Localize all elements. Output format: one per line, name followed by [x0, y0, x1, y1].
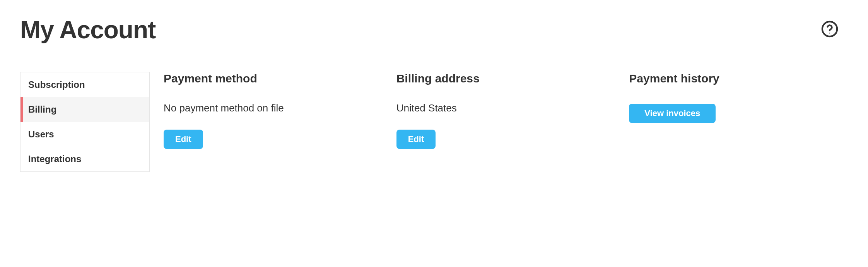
sidebar-nav: Subscription Billing Users Integrations [20, 72, 150, 172]
billing-address-heading: Billing address [396, 72, 615, 85]
sidebar-item-billing[interactable]: Billing [21, 97, 149, 122]
sidebar-item-integrations[interactable]: Integrations [21, 147, 149, 171]
sidebar-item-users[interactable]: Users [21, 122, 149, 147]
sidebar-item-label: Subscription [28, 79, 85, 90]
payment-history-heading: Payment history [629, 72, 848, 85]
sidebar-item-label: Users [28, 129, 54, 139]
edit-billing-address-button[interactable]: Edit [396, 130, 436, 149]
payment-history-section: Payment history View invoices [629, 72, 848, 149]
svg-point-1 [829, 33, 830, 33]
help-icon[interactable] [821, 20, 839, 38]
main-content: Payment method No payment method on file… [164, 72, 848, 149]
billing-address-value: United States [396, 102, 615, 114]
sidebar-item-label: Billing [28, 104, 56, 115]
sidebar-item-label: Integrations [28, 154, 81, 164]
payment-method-value: No payment method on file [164, 102, 383, 114]
payment-method-heading: Payment method [164, 72, 383, 85]
payment-method-section: Payment method No payment method on file… [164, 72, 383, 149]
sidebar-item-subscription[interactable]: Subscription [21, 72, 149, 97]
edit-payment-method-button[interactable]: Edit [164, 130, 203, 149]
view-invoices-button[interactable]: View invoices [629, 104, 716, 123]
page-title: My Account [20, 15, 848, 44]
billing-address-section: Billing address United States Edit [396, 72, 615, 149]
